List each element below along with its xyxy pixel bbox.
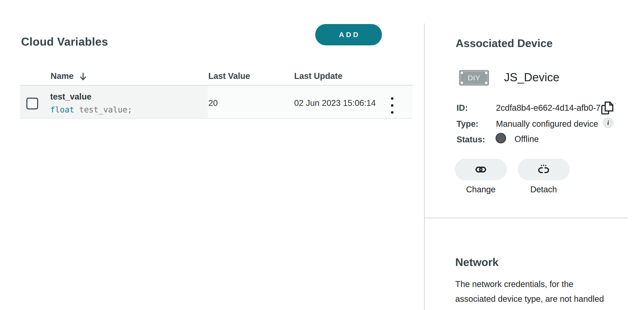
badge-screw-dot — [485, 72, 487, 74]
cloud-variables-page: Cloud Variables ADD Name Last Value Last… — [0, 0, 644, 310]
panel-vertical-divider — [424, 24, 425, 310]
network-description-line: by IoT Cloud — [455, 306, 604, 310]
associated-device-title: Associated Device — [456, 37, 553, 50]
column-header-last-value[interactable]: Last Value — [208, 71, 250, 81]
device-type-label: Type: — [456, 119, 478, 129]
chain-broken-icon — [538, 164, 550, 175]
column-header-name[interactable]: Name — [50, 71, 87, 81]
detach-button-label: Detach — [518, 185, 570, 194]
declaration-rest: test_value; — [74, 105, 132, 114]
device-status-value: Offline — [514, 134, 539, 144]
badge-screw-dot — [485, 82, 487, 84]
kebab-vertical-icon[interactable] — [385, 95, 400, 116]
page-title: Cloud Variables — [21, 35, 108, 48]
device-id-value: 2cdfa8b4-e662-4d14-afb0-7... — [496, 103, 608, 112]
arrow-down-icon — [79, 72, 87, 81]
network-description-line: associated device type, are not handled — [455, 292, 604, 306]
row-select-checkbox[interactable] — [26, 98, 38, 110]
variable-name: test_value — [50, 92, 92, 102]
network-title: Network — [455, 256, 498, 268]
copy-pages-icon[interactable] — [600, 100, 614, 116]
badge-label: DIY — [468, 74, 480, 82]
network-description: The network credentials, for the associa… — [455, 277, 604, 310]
info-icon[interactable]: i — [603, 117, 614, 128]
detach-device-button[interactable] — [518, 158, 570, 180]
chain-link-icon — [476, 166, 486, 172]
change-button-label: Change — [455, 185, 507, 194]
network-description-line: The network credentials, for the — [455, 277, 604, 292]
column-header-last-update-label: Last Update — [294, 71, 342, 81]
badge-screw-dot — [461, 82, 463, 84]
variable-row[interactable]: test_value float test_value; 20 02 Jun 2… — [20, 85, 412, 119]
device-type-value: Manually configured device — [496, 119, 598, 129]
device-status-label: Status: — [456, 135, 485, 144]
device-id-label: ID: — [456, 103, 468, 112]
change-device-button[interactable] — [455, 158, 507, 180]
column-header-name-label: Name — [50, 71, 74, 81]
badge-screw-dot — [461, 72, 463, 74]
device-board-badge: DIY — [459, 70, 489, 86]
status-offline-dot — [496, 133, 506, 144]
device-name: JS_Device — [504, 70, 560, 84]
add-variable-button[interactable]: ADD — [315, 24, 382, 45]
declaration-keyword: float — [50, 105, 74, 114]
panel-horizontal-divider — [424, 218, 628, 218]
variable-last-update: 02 Jun 2023 15:06:14 — [294, 98, 376, 108]
variable-last-value: 20 — [208, 98, 218, 108]
column-header-last-update[interactable]: Last Update — [294, 71, 342, 81]
column-header-last-value-label: Last Value — [208, 71, 250, 81]
variable-declaration: float test_value; — [50, 105, 132, 114]
